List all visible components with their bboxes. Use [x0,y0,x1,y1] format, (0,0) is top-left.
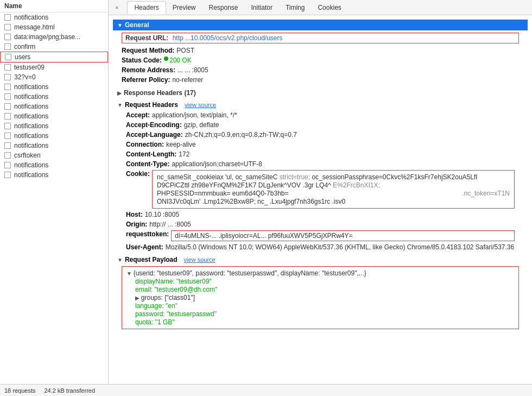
request-count: 18 requests [4,387,35,394]
checkbox-notifications8[interactable] [4,142,11,149]
checkbox-testuser09[interactable] [4,64,11,71]
checkbox-notifications3[interactable] [4,93,11,100]
checkbox-message[interactable] [4,24,11,30]
payload-header[interactable]: Request Payload view source [113,254,528,265]
payload-email: email: "testuser09@dh.com" [135,286,514,293]
request-header-rows: Accept:application/json, text/plain, */*… [113,110,528,169]
origin-row: Origin: http:// ... :8005 [113,219,528,229]
left-item-notifications10[interactable]: notifications [0,170,108,180]
left-item-notifications1[interactable]: notifications [0,12,108,22]
header-row-4: Content-Length:172 [113,149,528,159]
checkbox-confirm[interactable] [4,43,11,50]
tab-response[interactable]: Response [202,2,244,14]
tab-initiator[interactable]: Initiator [245,2,279,14]
request-url-box: Request URL: http ...10.0005/ocs/v2.php/… [122,33,519,43]
checkbox-dataimage[interactable] [4,34,11,40]
h-val-5: application/json;charset=UTF-8 [172,160,262,168]
payload-password: password: "testuserpasswd" [135,310,514,318]
checkbox-notifications2[interactable] [4,84,11,90]
checkbox-users[interactable] [5,54,11,60]
request-method-label: Request Method: [122,47,174,54]
left-item-confirm[interactable]: confirm [0,42,108,52]
cookie-line-2: D9CPiCZttl zh98eYFnQM%2F1K7 DLgJenk^VOV … [157,181,510,189]
left-item-message[interactable]: message.html [0,22,108,32]
checkbox-csrftoken[interactable] [4,152,11,159]
item-label-confirm: confirm [14,43,35,51]
request-headers-label: Request Headers [125,101,178,109]
cookie-box: nc_sameSit _cookieiax 'ul, oc_sameSiteC … [152,170,515,209]
left-item-notifications9[interactable]: notifications [0,160,108,170]
checkbox-notifications7[interactable] [4,133,11,139]
h-val-0: application/json, text/plain, */* [152,111,237,119]
left-item-testuser09[interactable]: testuser09 [0,62,108,72]
left-panel-header: Name [0,0,108,12]
tabs-bar: × Headers Preview Response Initiator Tim… [109,0,532,15]
tab-timing[interactable]: Timing [279,2,312,14]
h-val-4: 172 [179,150,189,158]
request-headers-section[interactable]: Request Headers view source [113,99,528,110]
tab-preview[interactable]: Preview [166,2,202,14]
origin-label: Origin: [126,221,147,228]
left-item-dataimage[interactable]: data:image/png;base... [0,32,108,42]
left-items-container: notificationsmessage.htmldata:image/png;… [0,12,108,180]
request-method-row: Request Method: POST [113,46,528,55]
cookie-label: Cookie: [126,170,150,178]
right-panel: × Headers Preview Response Initiator Tim… [109,0,532,384]
cookie-line-1: nc_sameSit _cookieiax 'ul, oc_sameSiteC … [157,173,510,181]
h-name-1: Accept-Encoding: [126,121,182,129]
host-row: Host: 10.10 :8005 [113,210,528,219]
checkbox-notifications9[interactable] [4,162,11,168]
content-area: General Request URL: http ...10.0005/ocs… [109,15,532,384]
request-url-value: http ...10.0005/ocs/v2.php/cloud/users [173,34,283,42]
item-label-notifications6: notifications [14,122,48,130]
checkbox-notifications1[interactable] [4,14,11,21]
item-label-notifications3: notifications [14,93,48,100]
general-section-header[interactable]: General [113,20,528,30]
status-dot [164,56,168,61]
checkbox-notifications5[interactable] [4,113,11,120]
view-source-link[interactable]: view source [185,102,216,108]
payload-language: language: "en" [135,302,514,310]
left-item-notifications6[interactable]: notifications [0,121,108,131]
cookie-line-4: ONI3JVc0qLm' .Lmp12%2Bxw8P; nc_ .Lxu4jpg… [157,198,510,205]
response-headers-section[interactable]: Response Headers (17) [113,87,528,98]
left-item-32v0[interactable]: 32?v=0 [0,72,108,82]
left-item-users[interactable]: users [0,52,108,62]
checkbox-32v0[interactable] [4,74,11,80]
item-label-message: message.html [14,23,55,31]
tab-headers[interactable]: Headers [127,1,166,14]
item-label-users: users [15,53,30,61]
left-item-csrftoken[interactable]: csrftoken [0,150,108,160]
referrer-policy-label: Referrer Policy: [122,76,170,84]
checkbox-notifications10[interactable] [4,172,11,178]
left-item-notifications7[interactable]: notifications [0,131,108,141]
payload-section: Request Payload view source {userid: "te… [113,254,528,329]
item-label-notifications2: notifications [14,83,48,91]
cookie-line-3: PHPSESSID=nmmbuak= eum6d4Q0-7b3hb= .nc_t… [157,190,510,197]
remote-address-label: Remote Address: [122,66,175,74]
left-item-notifications3[interactable]: notifications [0,92,108,102]
checkbox-notifications4[interactable] [4,103,11,110]
item-label-csrftoken: csrftoken [14,152,41,159]
status-code-row: Status Code: 200 OK [113,55,528,65]
general-label: General [125,21,149,29]
user-agent-value: Mozilla/5.0 (Windows NT 10.0; WOW64) App… [166,243,515,251]
left-panel: Name notificationsmessage.htmldata:image… [0,0,109,384]
item-label-testuser09: testuser09 [14,64,45,71]
tab-cookies[interactable]: Cookies [311,2,347,14]
tab-close[interactable]: × [109,2,125,13]
left-item-notifications4[interactable]: notifications [0,102,108,111]
left-item-notifications2[interactable]: notifications [0,82,108,92]
h-val-2: zh-CN,zh;q=0.9,en;q=0.8,zh-TW;q=0.7 [185,131,297,139]
main-container: Name notificationsmessage.htmldata:image… [0,0,532,384]
item-label-32v0: 32?v=0 [14,73,36,81]
checkbox-notifications6[interactable] [4,123,11,129]
item-label-notifications1: notifications [14,14,48,21]
h-val-3: keep-alive [166,141,196,148]
status-code-value: 200 OK [169,56,192,64]
payload-view-source[interactable]: view source [184,256,216,263]
left-item-notifications8[interactable]: notifications [0,141,108,150]
payload-label: Request Payload [125,256,178,263]
header-row-2: Accept-Language:zh-CN,zh;q=0.9,en;q=0.8,… [113,130,528,140]
left-item-notifications5[interactable]: notifications [0,111,108,121]
